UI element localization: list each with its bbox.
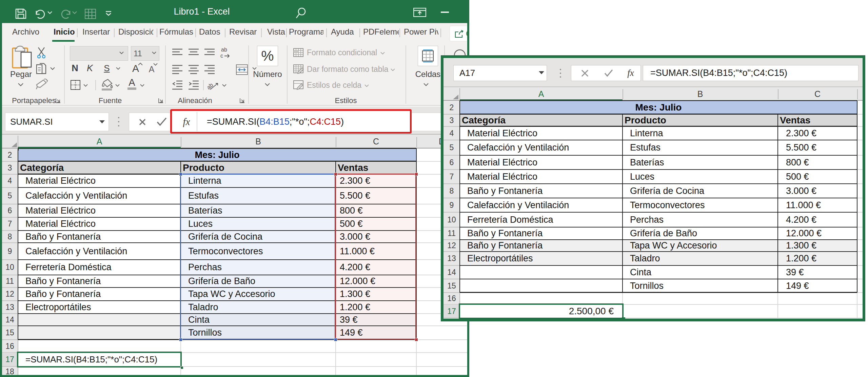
svg-text:ab: ab bbox=[221, 47, 227, 53]
svg-text:ab: ab bbox=[208, 82, 214, 91]
svg-text:c: c bbox=[220, 53, 223, 59]
